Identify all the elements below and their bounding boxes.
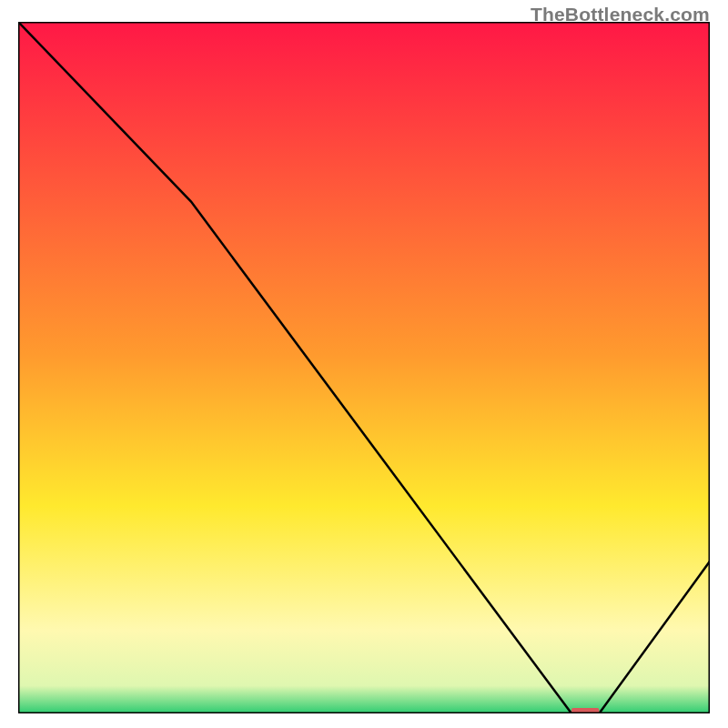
- chart-svg: [18, 22, 710, 713]
- chart-container: [18, 22, 710, 713]
- gradient-background: [18, 22, 710, 713]
